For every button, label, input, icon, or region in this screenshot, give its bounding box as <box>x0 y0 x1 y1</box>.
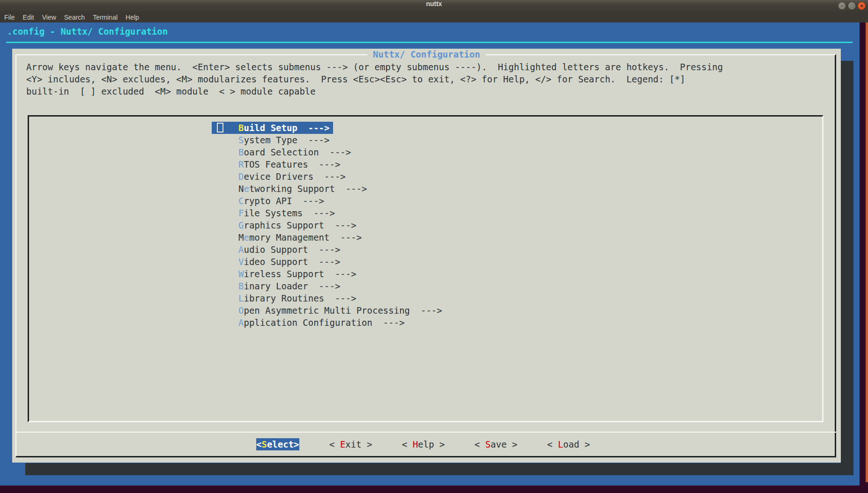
config-top-title: .config - Nuttx/ Configuration <box>7 25 168 37</box>
title-separator-line <box>6 42 853 43</box>
menu-terminal[interactable]: Terminal <box>93 14 118 21</box>
screen: nuttx −□✕ FileEditViewSearchTerminalHelp… <box>0 0 868 493</box>
save-button[interactable]: < Save > <box>475 438 518 450</box>
window-title: nuttx <box>0 0 868 7</box>
help-button[interactable]: < Help > <box>402 438 445 450</box>
minimize-button[interactable]: − <box>838 2 846 10</box>
menu-file[interactable]: File <box>4 14 15 21</box>
button-row: <Select>< Exit >< Help >< Save >< Load > <box>12 49 841 463</box>
maximize-button[interactable]: □ <box>848 2 856 10</box>
load-button[interactable]: < Load > <box>547 438 590 450</box>
exit-button[interactable]: < Exit > <box>329 438 372 450</box>
window-chrome: nuttx −□✕ FileEditViewSearchTerminalHelp <box>0 0 868 22</box>
menu-help[interactable]: Help <box>126 14 139 21</box>
menu-edit[interactable]: Edit <box>23 14 34 21</box>
terminal[interactable]: .config - Nuttx/ Configuration Nuttx/ Co… <box>0 22 860 486</box>
titlebar[interactable]: nuttx −□✕ <box>0 0 868 12</box>
close-button[interactable]: ✕ <box>858 2 866 10</box>
menu-view[interactable]: View <box>42 14 56 21</box>
window-controls: −□✕ <box>838 2 866 10</box>
dialog-shadow-right <box>841 61 853 475</box>
select-button[interactable]: <Select> <box>256 438 299 450</box>
dialog-shadow-bottom <box>25 463 853 475</box>
configuration-dialog: Nuttx/ Configuration Arrow keys navigate… <box>12 49 841 463</box>
desktop-wallpaper-stripe <box>866 22 868 482</box>
menu-search[interactable]: Search <box>64 14 85 21</box>
menubar: FileEditViewSearchTerminalHelp <box>0 12 868 22</box>
